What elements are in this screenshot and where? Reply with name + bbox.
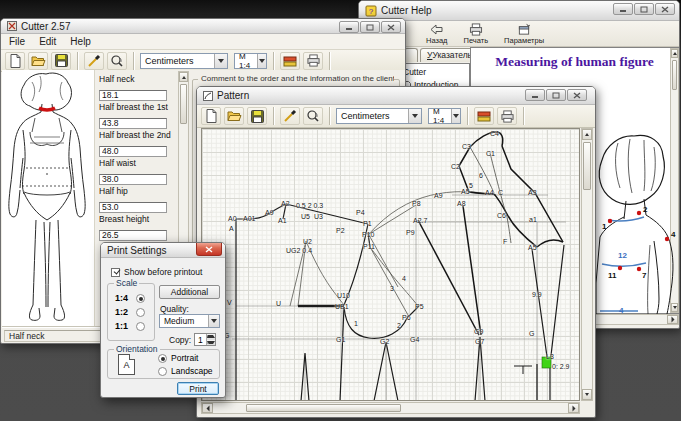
open-file-button[interactable]	[28, 52, 48, 70]
scale-group-label: Scale	[114, 278, 139, 288]
show-before-checkbox[interactable]	[111, 268, 120, 277]
landscape-radio[interactable]	[158, 367, 167, 376]
portrait-paper-icon: A	[118, 354, 135, 375]
svg-text:?: ?	[369, 7, 374, 16]
measurement-value-input[interactable]	[99, 230, 167, 241]
toolbar-separator	[329, 52, 330, 70]
print-button[interactable]	[497, 107, 517, 125]
new-file-button[interactable]	[5, 52, 25, 70]
menu-file[interactable]: File	[9, 36, 25, 47]
scale-1-1-radio[interactable]	[136, 322, 145, 331]
spinner-buttons[interactable]	[206, 334, 215, 345]
scale-option-1-2[interactable]: 1:2	[115, 307, 145, 317]
help-tab-contents[interactable]	[404, 48, 418, 62]
refresh-view-button[interactable]	[107, 52, 127, 70]
units-value: Centimeters	[145, 56, 194, 66]
magnifier-refresh-icon	[306, 109, 320, 123]
show-before-label: Show before printout	[124, 267, 202, 277]
units-combobox[interactable]: Centimeters	[140, 53, 228, 69]
pattern-canvas[interactable]: A0A01A9A20.5 2 0.3A1U5U3P4P1P2AU2UG2 0.4…	[201, 128, 580, 401]
options-icon	[516, 23, 532, 36]
help-tabs: УУказатель	[404, 48, 479, 62]
scale-group: Scale 1:4 1:2 1:1	[107, 283, 155, 341]
measurement-value-input[interactable]	[99, 90, 167, 101]
measurement-value-input[interactable]	[99, 174, 167, 185]
measurement-row: Half waist	[99, 158, 185, 186]
print-dialog-close-button[interactable]	[196, 243, 222, 256]
help-toolbar: Назад Печать Параметры	[359, 21, 679, 47]
print-confirm-button[interactable]: Print	[177, 382, 219, 395]
save-file-button[interactable]	[51, 52, 71, 70]
save-file-button[interactable]	[247, 107, 267, 125]
measurement-value-input[interactable]	[99, 146, 167, 157]
orientation-portrait-option[interactable]: Portrait	[158, 353, 198, 363]
new-file-button[interactable]	[201, 107, 221, 125]
main-maximize-button[interactable]	[360, 21, 380, 33]
ruler-icon	[477, 110, 491, 122]
scale-option-1-4[interactable]: 1:4	[115, 293, 145, 303]
menu-help[interactable]: Help	[70, 36, 91, 47]
main-minimize-button[interactable]	[339, 21, 359, 33]
quality-combobox[interactable]: Medium	[159, 314, 220, 328]
cutter-app-icon	[7, 21, 17, 31]
main-toolbar: Centimeters M 1:4	[1, 50, 405, 72]
copy-count-spinner[interactable]: 1	[194, 333, 216, 346]
tree-item-cutter-label: Cutter	[403, 67, 426, 77]
open-folder-icon	[31, 55, 46, 67]
new-page-icon	[9, 54, 22, 68]
units-combobox[interactable]: Centimeters	[336, 108, 422, 124]
measurements-button[interactable]	[474, 107, 494, 125]
scale-1-4-radio[interactable]	[136, 294, 145, 303]
help-print-button[interactable]: Печать	[461, 23, 492, 45]
scale-combobox[interactable]: M 1:4	[234, 53, 267, 69]
desktop: ? Cutter Help Назад	[0, 0, 681, 421]
show-before-printout-option[interactable]: Show before printout	[111, 267, 202, 277]
pattern-vertical-scrollbar[interactable]	[581, 128, 593, 401]
help-back-button[interactable]: Назад	[423, 23, 451, 45]
pattern-horizontal-scrollbar[interactable]	[201, 402, 580, 414]
active-point-marker	[542, 357, 551, 368]
pattern-minimize-button[interactable]	[525, 89, 545, 101]
measurement-value-input[interactable]	[99, 202, 167, 213]
scale-option-1-1[interactable]: 1:1	[115, 321, 145, 331]
help-close-button[interactable]	[655, 3, 675, 15]
measurements-button[interactable]	[280, 52, 300, 70]
copy-count-value: 1	[198, 335, 203, 345]
scale-value: M 1:4	[239, 52, 257, 70]
menu-edit[interactable]: Edit	[39, 36, 56, 47]
measurement-value-input[interactable]	[99, 118, 167, 129]
help-options-button[interactable]: Параметры	[501, 23, 547, 45]
help-window-titlebar[interactable]: ? Cutter Help	[359, 1, 679, 21]
pattern-titlebar[interactable]: Pattern	[197, 87, 595, 105]
toolbar-separator	[273, 107, 274, 125]
main-close-button[interactable]	[381, 21, 401, 33]
print-button[interactable]	[303, 52, 323, 70]
scale-1-2-radio[interactable]	[136, 308, 145, 317]
pattern-toolbar: Centimeters M 1:4	[197, 105, 595, 128]
pattern-window-icon	[203, 91, 213, 101]
ruler-icon	[283, 55, 297, 67]
measuring-figure-front-view	[2, 70, 95, 327]
save-floppy-icon	[55, 54, 68, 67]
refresh-view-button[interactable]	[303, 107, 323, 125]
additional-button[interactable]: Additional	[159, 285, 220, 299]
new-page-icon	[205, 109, 218, 123]
pattern-drawing	[202, 129, 580, 401]
pattern-window: Pattern	[196, 86, 596, 418]
brush-icon	[283, 109, 297, 123]
orientation-landscape-option[interactable]: Landscape	[158, 366, 213, 376]
help-maximize-button[interactable]	[634, 3, 654, 15]
combo-arrow	[214, 54, 227, 68]
help-minimize-button[interactable]	[613, 3, 633, 15]
main-titlebar[interactable]: Cutter 2.57	[1, 19, 405, 34]
red-collar-mark	[39, 108, 55, 110]
build-pattern-button[interactable]	[84, 52, 104, 70]
printer-icon	[500, 110, 515, 123]
scale-combobox[interactable]: M 1:4	[428, 108, 461, 124]
pattern-close-button[interactable]	[567, 89, 587, 101]
measurement-label: Half waist	[99, 158, 185, 168]
open-file-button[interactable]	[224, 107, 244, 125]
build-pattern-button[interactable]	[280, 107, 300, 125]
portrait-radio[interactable]	[158, 354, 167, 363]
pattern-maximize-button[interactable]	[546, 89, 566, 101]
